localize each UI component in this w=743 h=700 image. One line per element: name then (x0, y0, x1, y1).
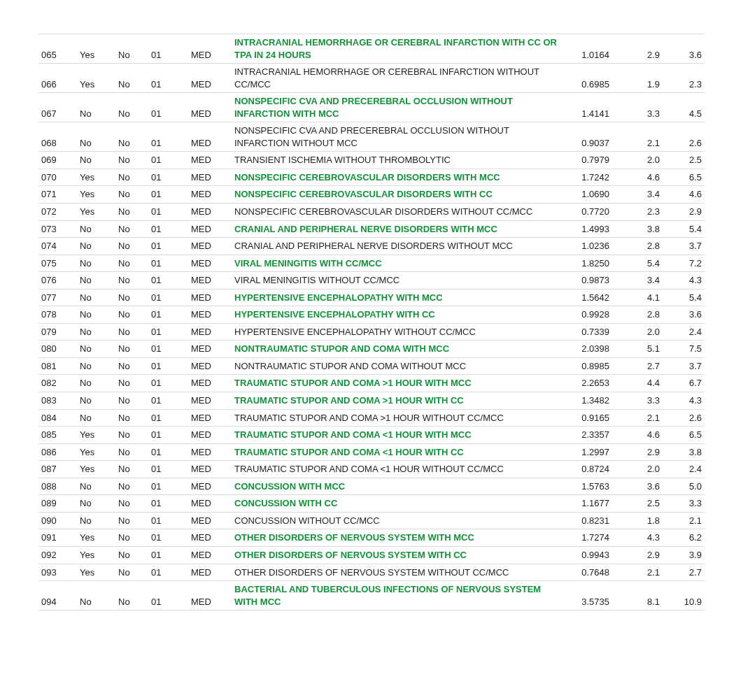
weight-cell: 1.3482 (562, 392, 612, 410)
spec-cell: No (115, 93, 148, 122)
amlos-cell: 3.6 (663, 34, 705, 64)
weight-cell: 2.2653 (562, 375, 612, 392)
amlos-cell: 5.4 (663, 220, 705, 238)
pmdc-cell: No (77, 495, 115, 513)
drg-cell: 094 (38, 581, 77, 610)
title-cell: TRAUMATIC STUPOR AND COMA <1 HOUR WITHOU… (232, 461, 562, 478)
mdc-cell: 01 (148, 581, 188, 610)
gmlos-cell: 1.8 (612, 512, 663, 529)
title-cell: NONSPECIFIC CEREBROVASCULAR DISORDERS WI… (232, 203, 562, 221)
weight-cell: 1.7274 (562, 529, 612, 547)
drg-cell: 079 (38, 323, 77, 341)
spec-cell: No (115, 375, 148, 392)
mdc-cell: 01 (148, 272, 188, 290)
drg-cell: 084 (38, 409, 77, 427)
drg-cell: 076 (38, 272, 77, 290)
weight-cell: 1.0236 (562, 238, 612, 255)
type-cell: MED (188, 581, 232, 610)
table-row: 069NoNo01MEDTRANSIENT ISCHEMIA WITHOUT T… (38, 152, 705, 169)
weight-cell: 0.6985 (562, 64, 612, 93)
weight-cell: 1.4993 (562, 220, 612, 238)
gmlos-cell: 3.3 (612, 93, 663, 122)
gmlos-cell: 2.0 (612, 323, 663, 341)
title-cell: OTHER DISORDERS OF NERVOUS SYSTEM WITHOU… (232, 564, 562, 581)
spec-cell: No (115, 152, 148, 169)
mdc-cell: 01 (148, 93, 188, 122)
amlos-cell: 7.5 (663, 341, 705, 358)
weight-cell: 0.7720 (562, 203, 612, 221)
table-row: 079NoNo01MEDHYPERTENSIVE ENCEPHALOPATHY … (38, 323, 705, 341)
gmlos-cell: 2.3 (612, 203, 663, 221)
table-row: 080NoNo01MEDNONTRAUMATIC STUPOR AND COMA… (38, 341, 705, 358)
pmdc-cell: No (77, 409, 115, 427)
pmdc-cell: No (77, 238, 115, 255)
table-row: 086YesNo01MEDTRAUMATIC STUPOR AND COMA <… (38, 443, 705, 461)
mdc-cell: 01 (148, 289, 188, 306)
amlos-cell: 10.9 (663, 581, 705, 610)
title-cell: NONSPECIFIC CVA AND PRECEREBRAL OCCLUSIO… (232, 93, 562, 122)
gmlos-cell: 2.9 (612, 34, 663, 64)
pmdc-cell: No (77, 581, 115, 610)
mdc-cell: 01 (148, 34, 188, 64)
table-row: 085YesNo01MEDTRAUMATIC STUPOR AND COMA <… (38, 427, 705, 444)
spec-cell: No (115, 564, 148, 581)
mdc-cell: 01 (148, 564, 188, 581)
title-cell: INTRACRANIAL HEMORRHAGE OR CEREBRAL INFA… (232, 64, 562, 93)
pmdc-cell: No (77, 306, 115, 324)
table-row: 076NoNo01MEDVIRAL MENINGITIS WITHOUT CC/… (38, 272, 705, 290)
title-cell: VIRAL MENINGITIS WITH CC/MCC (232, 255, 562, 272)
type-cell: MED (188, 546, 232, 564)
amlos-cell: 3.7 (663, 238, 705, 255)
drg-cell: 065 (38, 34, 77, 64)
gmlos-cell: 4.4 (612, 375, 663, 392)
drg-cell: 071 (38, 186, 77, 203)
title-cell: TRAUMATIC STUPOR AND COMA >1 HOUR WITH C… (232, 392, 562, 410)
type-cell: MED (188, 512, 232, 529)
table-row: 090NoNo01MEDCONCUSSION WITHOUT CC/MCC0.8… (38, 512, 705, 529)
weight-cell: 0.8985 (562, 357, 612, 375)
mdc-cell: 01 (148, 220, 188, 238)
pmdc-cell: No (77, 220, 115, 238)
drg-cell: 072 (38, 203, 77, 221)
type-cell: MED (188, 427, 232, 444)
drg-cell: 077 (38, 289, 77, 306)
spec-cell: No (115, 186, 148, 203)
amlos-cell: 6.2 (663, 529, 705, 547)
spec-cell: No (115, 169, 148, 186)
pmdc-cell: No (77, 357, 115, 375)
amlos-cell: 2.7 (663, 564, 705, 581)
type-cell: MED (188, 564, 232, 581)
table-row: 068NoNo01MEDNONSPECIFIC CVA AND PRECEREB… (38, 122, 705, 152)
spec-cell: No (115, 461, 148, 478)
mdc-cell: 01 (148, 495, 188, 513)
drg-cell: 069 (38, 152, 77, 169)
gmlos-cell: 3.4 (612, 186, 663, 203)
amlos-cell: 5.0 (663, 478, 705, 495)
title-cell: VIRAL MENINGITIS WITHOUT CC/MCC (232, 272, 562, 290)
pmdc-cell: Yes (77, 529, 115, 547)
pmdc-cell: Yes (77, 564, 115, 581)
drg-cell: 081 (38, 357, 77, 375)
title-cell: OTHER DISORDERS OF NERVOUS SYSTEM WITH C… (232, 546, 562, 564)
spec-cell: No (115, 512, 148, 529)
title-cell: CONCUSSION WITH CC (232, 495, 562, 513)
title-cell: TRAUMATIC STUPOR AND COMA >1 HOUR WITH M… (232, 375, 562, 392)
title-cell: BACTERIAL AND TUBERCULOUS INFECTIONS OF … (232, 581, 562, 610)
mdc-cell: 01 (148, 255, 188, 272)
drg-cell: 090 (38, 512, 77, 529)
pmdc-cell: No (77, 122, 115, 152)
gmlos-cell: 2.0 (612, 152, 663, 169)
drg-cell: 075 (38, 255, 77, 272)
pmdc-cell: No (77, 255, 115, 272)
title-cell: CONCUSSION WITH MCC (232, 478, 562, 495)
pmdc-cell: No (77, 478, 115, 495)
gmlos-cell: 3.4 (612, 272, 663, 290)
amlos-cell: 6.7 (663, 375, 705, 392)
weight-cell: 1.4141 (562, 93, 612, 122)
spec-cell: No (115, 495, 148, 513)
gmlos-cell: 2.9 (612, 546, 663, 564)
type-cell: MED (188, 461, 232, 478)
table-row: 091YesNo01MEDOTHER DISORDERS OF NERVOUS … (38, 529, 705, 547)
weight-cell: 1.2997 (562, 443, 612, 461)
spec-cell: No (115, 203, 148, 221)
